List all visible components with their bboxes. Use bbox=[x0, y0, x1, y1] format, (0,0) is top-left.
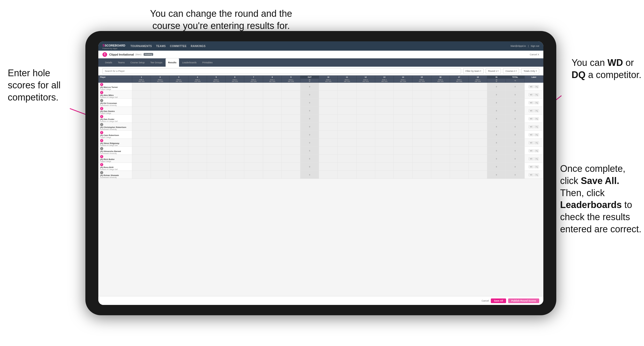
hole-10-input[interactable] bbox=[319, 166, 337, 168]
hole-14-input[interactable] bbox=[394, 134, 412, 136]
wd-button[interactable]: WD bbox=[529, 85, 534, 88]
hole-13-score[interactable] bbox=[375, 139, 394, 147]
hole-5-score[interactable] bbox=[207, 107, 225, 115]
hole-14-input[interactable] bbox=[394, 158, 412, 160]
hole-6-input[interactable] bbox=[226, 166, 244, 168]
hole-4-score[interactable] bbox=[188, 99, 207, 107]
hole-2-score[interactable] bbox=[151, 99, 169, 107]
hole-10-input[interactable] bbox=[319, 150, 337, 152]
hole-5-input[interactable] bbox=[207, 126, 225, 128]
hole-12-score[interactable] bbox=[356, 83, 375, 91]
wd-button[interactable]: WD bbox=[529, 125, 534, 128]
hole-8-score[interactable] bbox=[263, 91, 282, 99]
hole-5-input[interactable] bbox=[207, 150, 225, 152]
hole-1-score[interactable] bbox=[132, 99, 151, 107]
hole-9-input[interactable] bbox=[282, 158, 300, 160]
tab-tee-groups[interactable]: Tee Groups bbox=[148, 58, 165, 67]
hole-8-input[interactable] bbox=[263, 126, 281, 128]
hole-8-input[interactable] bbox=[263, 166, 281, 168]
hole-12-score[interactable] bbox=[356, 107, 375, 115]
hole-4-input[interactable] bbox=[189, 110, 206, 112]
hole-11-input[interactable] bbox=[338, 158, 356, 160]
hole-5-input[interactable] bbox=[207, 86, 225, 88]
hole-11-score[interactable] bbox=[338, 171, 356, 179]
hole-3-score[interactable] bbox=[169, 131, 188, 139]
hole-13-input[interactable] bbox=[375, 134, 393, 136]
hole-11-score[interactable] bbox=[338, 115, 356, 123]
dq-button[interactable]: DQ bbox=[534, 149, 539, 152]
hole-12-input[interactable] bbox=[357, 86, 375, 88]
hole-13-score[interactable] bbox=[375, 163, 394, 171]
hole-2-input[interactable] bbox=[151, 102, 169, 104]
hole-6-input[interactable] bbox=[226, 102, 244, 104]
hole-10-input[interactable] bbox=[319, 94, 337, 96]
hole-7-score[interactable] bbox=[244, 147, 263, 155]
hole-16-input[interactable] bbox=[432, 166, 449, 168]
hole-17-input[interactable] bbox=[450, 158, 468, 160]
hole-10-input[interactable] bbox=[319, 134, 337, 136]
hole-18-score[interactable] bbox=[468, 91, 487, 99]
hole-13-score[interactable] bbox=[375, 123, 394, 131]
totals-only-toggle[interactable]: Totals Only ▾ bbox=[521, 68, 539, 74]
hole-10-input[interactable] bbox=[319, 86, 337, 88]
hole-4-score[interactable] bbox=[188, 171, 207, 179]
hole-9-score[interactable] bbox=[282, 99, 300, 107]
hole-9-score[interactable] bbox=[282, 123, 300, 131]
hole-5-input[interactable] bbox=[207, 158, 225, 160]
hole-17-score[interactable] bbox=[450, 91, 468, 99]
tab-details[interactable]: Details bbox=[102, 58, 115, 67]
hole-15-input[interactable] bbox=[413, 174, 431, 176]
hole-13-input[interactable] bbox=[375, 86, 393, 88]
hole-9-score[interactable] bbox=[282, 115, 300, 123]
hole-4-input[interactable] bbox=[189, 94, 206, 96]
hole-18-score[interactable] bbox=[468, 83, 487, 91]
hole-9-input[interactable] bbox=[282, 134, 300, 136]
hole-10-score[interactable] bbox=[319, 123, 338, 131]
hole-15-input[interactable] bbox=[413, 102, 431, 104]
hole-11-score[interactable] bbox=[338, 123, 356, 131]
hole-4-input[interactable] bbox=[189, 142, 206, 144]
hole-5-score[interactable] bbox=[207, 163, 225, 171]
hole-7-score[interactable] bbox=[244, 171, 263, 179]
hole-5-input[interactable] bbox=[207, 102, 225, 104]
hole-12-input[interactable] bbox=[357, 158, 375, 160]
hole-1-score[interactable] bbox=[132, 147, 151, 155]
hole-17-score[interactable] bbox=[450, 99, 468, 107]
hole-9-input[interactable] bbox=[282, 118, 300, 120]
hole-5-score[interactable] bbox=[207, 139, 225, 147]
hole-15-input[interactable] bbox=[413, 126, 431, 128]
hole-11-input[interactable] bbox=[338, 110, 356, 112]
hole-11-input[interactable] bbox=[338, 134, 356, 136]
hole-7-input[interactable] bbox=[245, 118, 262, 120]
hole-3-input[interactable] bbox=[170, 102, 188, 104]
hole-12-score[interactable] bbox=[356, 139, 375, 147]
dq-button[interactable]: DQ bbox=[534, 85, 539, 88]
hole-6-score[interactable] bbox=[226, 171, 244, 179]
hole-7-input[interactable] bbox=[245, 126, 262, 128]
hole-9-input[interactable] bbox=[282, 110, 300, 112]
hole-4-score[interactable] bbox=[188, 91, 207, 99]
hole-17-score[interactable] bbox=[450, 171, 468, 179]
hole-8-score[interactable] bbox=[263, 107, 282, 115]
hole-10-input[interactable] bbox=[319, 126, 337, 128]
hole-14-input[interactable] bbox=[394, 150, 412, 152]
hole-17-input[interactable] bbox=[450, 166, 468, 168]
hole-15-score[interactable] bbox=[412, 107, 431, 115]
hole-15-score[interactable] bbox=[412, 139, 431, 147]
hole-4-score[interactable] bbox=[188, 123, 207, 131]
hole-13-score[interactable] bbox=[375, 83, 394, 91]
dq-button[interactable]: DQ bbox=[534, 93, 539, 96]
hole-2-input[interactable] bbox=[151, 86, 169, 88]
nav-teams[interactable]: TEAMS bbox=[156, 45, 166, 48]
hole-11-input[interactable] bbox=[338, 126, 356, 128]
hole-2-input[interactable] bbox=[151, 110, 169, 112]
hole-5-input[interactable] bbox=[207, 118, 225, 120]
tab-leaderboards[interactable]: Leaderboards bbox=[180, 58, 199, 67]
hole-1-input[interactable] bbox=[132, 166, 150, 168]
hole-15-input[interactable] bbox=[413, 94, 431, 96]
hole-3-score[interactable] bbox=[169, 139, 188, 147]
hole-12-input[interactable] bbox=[357, 166, 375, 168]
hole-8-score[interactable] bbox=[263, 99, 282, 107]
cancel-button[interactable]: Cancel X bbox=[530, 53, 539, 56]
dq-button[interactable]: DQ bbox=[534, 109, 539, 112]
